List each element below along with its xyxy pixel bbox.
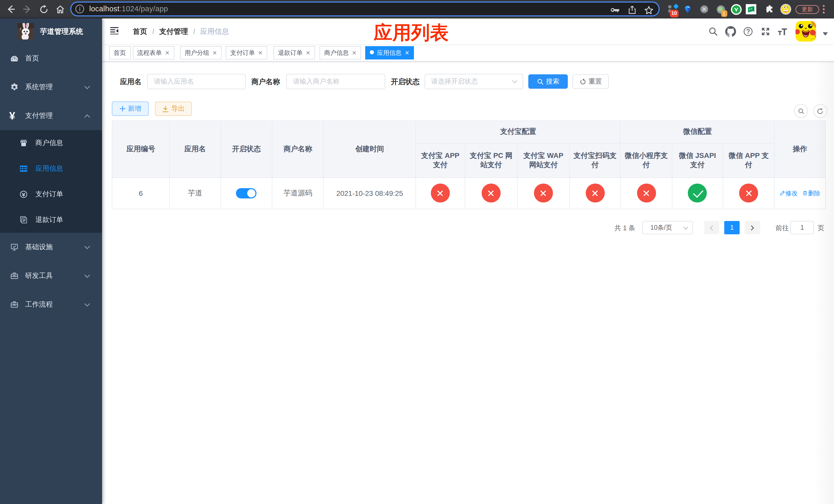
svg-text:⌘: ⌘ — [702, 7, 706, 12]
